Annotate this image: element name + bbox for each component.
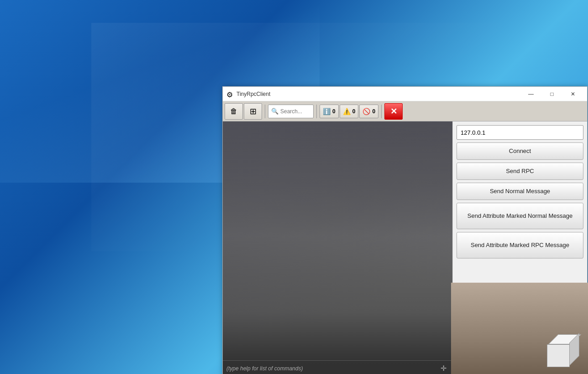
send-attr-normal-message-label: Send Attribute Marked Normal Message [467, 212, 573, 220]
info-badge[interactable]: ℹ️ 0 [320, 105, 339, 118]
close-x-icon: ✕ [390, 106, 397, 116]
search-input[interactable] [280, 108, 312, 115]
canvas-input-hint: (type help for list of commands) [226, 365, 438, 372]
separator-1 [265, 105, 265, 118]
connect-label: Connect [509, 147, 531, 155]
connect-button[interactable]: Connect [457, 142, 583, 160]
search-box[interactable]: 🔍 [268, 105, 314, 118]
scene-area [451, 283, 588, 374]
warn-badge[interactable]: ⚠️ 0 [340, 105, 359, 118]
send-normal-message-label: Send Normal Message [490, 188, 550, 195]
close-button[interactable]: ✕ [562, 87, 583, 101]
send-attr-rpc-message-label: Send Attribute Marked RPC Message [471, 242, 569, 249]
box-front-face [547, 344, 570, 367]
app-icon: ⚙ [226, 90, 234, 98]
toolbar: 🗑 ⊞ 🔍 ℹ️ 0 ⚠️ 0 🚫 0 ✕ [223, 101, 587, 121]
title-bar: ⚙ TinyRpcClient — □ ✕ [223, 87, 587, 101]
toolbar-close-button[interactable]: ✕ [384, 103, 403, 120]
canvas-gradient [223, 121, 452, 374]
send-rpc-button[interactable]: Send RPC [457, 163, 583, 180]
info-count: 0 [332, 108, 336, 115]
separator-3 [381, 105, 382, 118]
error-badge[interactable]: 🚫 0 [359, 105, 378, 118]
info-icon: ℹ️ [323, 108, 331, 115]
send-attr-normal-message-button[interactable]: Send Attribute Marked Normal Message [457, 203, 583, 229]
error-icon: 🚫 [362, 108, 370, 115]
window-controls: — □ ✕ [520, 87, 583, 101]
search-icon: 🔍 [271, 108, 278, 115]
send-normal-message-button[interactable]: Send Normal Message [457, 183, 583, 200]
canvas-input-bar[interactable]: (type help for list of commands) ✛ [223, 360, 452, 374]
canvas-area: (type help for list of commands) ✛ [223, 121, 452, 374]
warn-count: 0 [352, 108, 356, 115]
error-count: 0 [372, 108, 375, 115]
warn-icon: ⚠️ [343, 108, 351, 115]
maximize-button[interactable]: □ [541, 87, 562, 101]
separator-2 [316, 105, 317, 118]
trash-icon: 🗑 [230, 107, 237, 116]
grid-button[interactable]: ⊞ [244, 103, 262, 120]
trash-button[interactable]: 🗑 [225, 103, 243, 120]
move-icon[interactable]: ✛ [438, 363, 449, 374]
send-rpc-label: Send RPC [506, 168, 534, 175]
minimize-button[interactable]: — [520, 87, 541, 101]
3d-box [540, 331, 577, 367]
send-attr-rpc-message-button[interactable]: Send Attribute Marked RPC Message [457, 232, 583, 258]
grid-icon: ⊞ [250, 106, 257, 116]
ip-input[interactable] [457, 125, 583, 140]
window-title: TinyRpcClient [236, 91, 520, 97]
